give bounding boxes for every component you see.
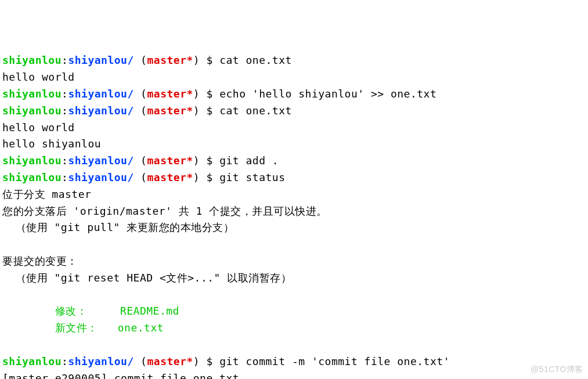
prompt-user: shiyanlou (2, 154, 62, 167)
prompt-line: shiyanlou:shiyanlou/ (master*) $ cat one… (2, 104, 292, 117)
prompt-host: shiyanlou/ (68, 154, 134, 167)
dollar: $ (200, 104, 219, 117)
dollar: $ (200, 154, 219, 167)
colon: : (62, 154, 68, 167)
lparen: ( (134, 154, 147, 167)
prompt-branch: master* (147, 104, 193, 117)
colon: : (62, 355, 68, 367)
output-line: hello world (2, 71, 75, 83)
prompt-host: shiyanlou/ (68, 171, 134, 183)
terminal-output[interactable]: shiyanlou:shiyanlou/ (master*) $ cat one… (2, 52, 586, 379)
dollar: $ (200, 355, 219, 367)
dollar: $ (200, 171, 219, 183)
prompt-line: shiyanlou:shiyanlou/ (master*) $ echo 'h… (2, 88, 437, 100)
newfile-file: one.txt (118, 322, 164, 334)
rparen: ) (193, 355, 200, 367)
lparen: ( (134, 171, 147, 183)
command-text: git commit -m 'commit file one.txt' (219, 355, 450, 367)
prompt-host: shiyanlou/ (68, 355, 134, 367)
dollar: $ (200, 88, 219, 100)
command-text: git add . (219, 154, 279, 167)
output-line: 位于分支 master (2, 188, 91, 200)
status-modified-line: 修改： README.md (2, 305, 179, 317)
watermark-text: @51CTO博客 (531, 363, 583, 376)
rparen: ) (193, 171, 200, 183)
output-line: 要提交的变更： (2, 255, 78, 267)
rparen: ) (193, 88, 200, 100)
prompt-host: shiyanlou/ (68, 88, 134, 100)
command-text: echo 'hello shiyanlou' >> one.txt (219, 88, 437, 100)
command-text: git status (219, 171, 285, 183)
rparen: ) (193, 104, 200, 117)
prompt-line: shiyanlou:shiyanlou/ (master*) $ git sta… (2, 171, 286, 183)
lparen: ( (134, 88, 147, 100)
prompt-branch: master* (147, 171, 193, 183)
prompt-user: shiyanlou (2, 54, 62, 66)
prompt-branch: master* (147, 88, 193, 100)
prompt-user: shiyanlou (2, 171, 62, 183)
output-line: hello shiyanlou (2, 138, 101, 150)
status-newfile-line: 新文件： one.txt (2, 322, 164, 334)
prompt-branch: master* (147, 355, 193, 367)
prompt-host: shiyanlou/ (68, 104, 134, 117)
prompt-branch: master* (147, 154, 193, 167)
lparen: ( (134, 355, 147, 367)
colon: : (62, 88, 68, 100)
output-line: [master e290005] commit file one.txt (2, 372, 239, 379)
newfile-label: 新文件： (2, 322, 118, 334)
modified-label: 修改： (2, 305, 120, 317)
command-text: cat one.txt (219, 104, 292, 117)
prompt-line: shiyanlou:shiyanlou/ (master*) $ git add… (2, 154, 279, 167)
colon: : (62, 104, 68, 117)
output-line: 您的分支落后 'origin/master' 共 1 个提交，并且可以快进。 (2, 205, 327, 217)
rparen: ) (193, 154, 200, 167)
command-text: cat one.txt (219, 54, 292, 66)
rparen: ) (193, 54, 200, 66)
output-line: （使用 "git reset HEAD <文件>..." 以取消暂存） (2, 272, 291, 284)
dollar: $ (200, 54, 219, 66)
prompt-user: shiyanlou (2, 88, 62, 100)
prompt-user: shiyanlou (2, 104, 62, 117)
prompt-user: shiyanlou (2, 355, 62, 367)
lparen: ( (134, 54, 147, 66)
prompt-line: shiyanlou:shiyanlou/ (master*) $ cat one… (2, 54, 292, 66)
prompt-host: shiyanlou/ (68, 54, 134, 66)
output-line: （使用 "git pull" 来更新您的本地分支） (2, 221, 234, 233)
modified-file: README.md (120, 305, 179, 317)
prompt-branch: master* (147, 54, 193, 66)
colon: : (62, 171, 68, 183)
output-line: hello world (2, 121, 75, 133)
lparen: ( (134, 104, 147, 117)
colon: : (62, 54, 68, 66)
prompt-line: shiyanlou:shiyanlou/ (master*) $ git com… (2, 355, 450, 367)
